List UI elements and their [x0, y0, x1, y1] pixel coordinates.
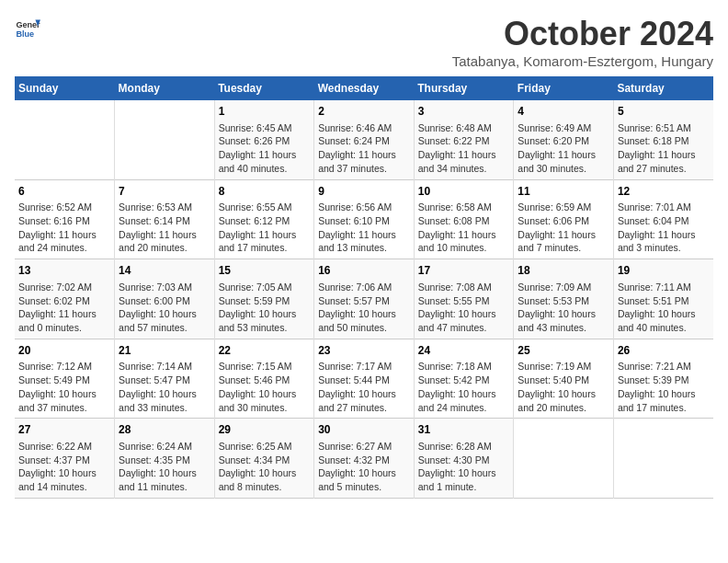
table-row: 19Sunrise: 7:11 AM Sunset: 5:51 PM Dayli…	[613, 259, 713, 339]
day-number: 15	[219, 263, 311, 279]
day-info: Sunrise: 7:15 AM Sunset: 5:46 PM Dayligh…	[219, 360, 311, 414]
day-number: 16	[318, 263, 410, 279]
day-info: Sunrise: 7:21 AM Sunset: 5:39 PM Dayligh…	[618, 360, 710, 414]
day-info: Sunrise: 7:17 AM Sunset: 5:44 PM Dayligh…	[318, 360, 410, 414]
day-info: Sunrise: 7:05 AM Sunset: 5:59 PM Dayligh…	[219, 281, 311, 335]
day-info: Sunrise: 6:28 AM Sunset: 4:30 PM Dayligh…	[418, 440, 510, 494]
day-info: Sunrise: 6:24 AM Sunset: 4:35 PM Dayligh…	[119, 440, 210, 494]
day-number: 12	[618, 184, 710, 200]
day-number: 24	[418, 343, 510, 359]
day-number: 27	[18, 422, 110, 438]
day-info: Sunrise: 6:53 AM Sunset: 6:14 PM Dayligh…	[119, 201, 210, 255]
day-info: Sunrise: 7:18 AM Sunset: 5:42 PM Dayligh…	[418, 360, 510, 414]
day-number: 26	[618, 343, 710, 359]
day-number: 23	[318, 343, 410, 359]
day-number: 1	[219, 104, 311, 120]
day-number: 31	[418, 422, 510, 438]
day-info: Sunrise: 6:49 AM Sunset: 6:20 PM Dayligh…	[518, 121, 609, 176]
table-row: 6Sunrise: 6:52 AM Sunset: 6:16 PM Daylig…	[15, 179, 115, 259]
table-row: 12Sunrise: 7:01 AM Sunset: 6:04 PM Dayli…	[613, 179, 713, 259]
table-row: 18Sunrise: 7:09 AM Sunset: 5:53 PM Dayli…	[514, 259, 614, 339]
day-number: 20	[18, 343, 110, 359]
table-row: 17Sunrise: 7:08 AM Sunset: 5:55 PM Dayli…	[414, 259, 514, 339]
day-info: Sunrise: 6:46 AM Sunset: 6:24 PM Dayligh…	[318, 121, 410, 176]
day-number: 2	[318, 104, 410, 120]
table-row: 26Sunrise: 7:21 AM Sunset: 5:39 PM Dayli…	[613, 339, 713, 419]
table-row: 4Sunrise: 6:49 AM Sunset: 6:20 PM Daylig…	[514, 100, 614, 179]
header-tuesday: Tuesday	[214, 76, 314, 100]
header-saturday: Saturday	[613, 76, 713, 100]
day-info: Sunrise: 7:02 AM Sunset: 6:02 PM Dayligh…	[18, 281, 110, 335]
logo-icon: General Blue	[15, 15, 40, 40]
table-row: 1Sunrise: 6:45 AM Sunset: 6:26 PM Daylig…	[214, 100, 314, 179]
table-row: 30Sunrise: 6:27 AM Sunset: 4:32 PM Dayli…	[314, 419, 415, 499]
day-number: 9	[318, 184, 410, 200]
day-number: 6	[18, 184, 110, 200]
day-info: Sunrise: 7:14 AM Sunset: 5:47 PM Dayligh…	[119, 360, 210, 414]
table-row: 5Sunrise: 6:51 AM Sunset: 6:18 PM Daylig…	[613, 100, 713, 179]
table-row: 20Sunrise: 7:12 AM Sunset: 5:49 PM Dayli…	[15, 339, 115, 419]
day-info: Sunrise: 6:22 AM Sunset: 4:37 PM Dayligh…	[18, 440, 110, 494]
table-row	[514, 419, 614, 499]
header-thursday: Thursday	[414, 76, 514, 100]
table-row: 11Sunrise: 6:59 AM Sunset: 6:06 PM Dayli…	[514, 179, 614, 259]
day-info: Sunrise: 6:59 AM Sunset: 6:06 PM Dayligh…	[518, 201, 609, 255]
day-info: Sunrise: 6:45 AM Sunset: 6:26 PM Dayligh…	[219, 121, 311, 176]
day-number: 25	[518, 343, 609, 359]
day-number: 29	[219, 422, 311, 438]
day-number: 5	[618, 104, 710, 120]
header-friday: Friday	[514, 76, 614, 100]
table-row: 2Sunrise: 6:46 AM Sunset: 6:24 PM Daylig…	[314, 100, 415, 179]
page-header: General Blue October 2024 Tatabanya, Kom…	[15, 15, 713, 69]
day-info: Sunrise: 6:55 AM Sunset: 6:12 PM Dayligh…	[219, 201, 311, 255]
table-row	[115, 100, 215, 179]
table-row: 16Sunrise: 7:06 AM Sunset: 5:57 PM Dayli…	[314, 259, 415, 339]
table-row: 7Sunrise: 6:53 AM Sunset: 6:14 PM Daylig…	[115, 179, 215, 259]
table-row: 27Sunrise: 6:22 AM Sunset: 4:37 PM Dayli…	[15, 419, 115, 499]
table-row	[15, 100, 115, 179]
day-info: Sunrise: 7:19 AM Sunset: 5:40 PM Dayligh…	[518, 360, 609, 414]
table-row: 3Sunrise: 6:48 AM Sunset: 6:22 PM Daylig…	[414, 100, 514, 179]
day-number: 19	[618, 263, 710, 279]
day-number: 8	[219, 184, 311, 200]
svg-text:Blue: Blue	[16, 29, 34, 39]
day-info: Sunrise: 6:58 AM Sunset: 6:08 PM Dayligh…	[418, 201, 510, 255]
table-row: 25Sunrise: 7:19 AM Sunset: 5:40 PM Dayli…	[514, 339, 614, 419]
table-row: 31Sunrise: 6:28 AM Sunset: 4:30 PM Dayli…	[414, 419, 514, 499]
day-number: 17	[418, 263, 510, 279]
day-number: 21	[119, 343, 210, 359]
day-info: Sunrise: 6:25 AM Sunset: 4:34 PM Dayligh…	[219, 440, 311, 494]
day-info: Sunrise: 6:27 AM Sunset: 4:32 PM Dayligh…	[318, 440, 410, 494]
day-info: Sunrise: 7:01 AM Sunset: 6:04 PM Dayligh…	[618, 201, 710, 255]
subtitle: Tatabanya, Komarom-Esztergom, Hungary	[452, 53, 713, 69]
day-info: Sunrise: 6:56 AM Sunset: 6:10 PM Dayligh…	[318, 201, 410, 255]
day-info: Sunrise: 6:48 AM Sunset: 6:22 PM Dayligh…	[418, 121, 510, 176]
table-row: 23Sunrise: 7:17 AM Sunset: 5:44 PM Dayli…	[314, 339, 415, 419]
day-info: Sunrise: 6:51 AM Sunset: 6:18 PM Dayligh…	[618, 121, 710, 176]
calendar-body: 1Sunrise: 6:45 AM Sunset: 6:26 PM Daylig…	[15, 100, 713, 498]
day-number: 30	[318, 422, 410, 438]
day-number: 18	[518, 263, 609, 279]
header-sunday: Sunday	[15, 76, 115, 100]
table-row	[613, 419, 713, 499]
day-info: Sunrise: 7:11 AM Sunset: 5:51 PM Dayligh…	[618, 281, 710, 335]
table-row: 14Sunrise: 7:03 AM Sunset: 6:00 PM Dayli…	[115, 259, 215, 339]
day-info: Sunrise: 7:12 AM Sunset: 5:49 PM Dayligh…	[18, 360, 110, 414]
day-number: 13	[18, 263, 110, 279]
table-row: 29Sunrise: 6:25 AM Sunset: 4:34 PM Dayli…	[214, 419, 314, 499]
table-row: 21Sunrise: 7:14 AM Sunset: 5:47 PM Dayli…	[115, 339, 215, 419]
table-row: 13Sunrise: 7:02 AM Sunset: 6:02 PM Dayli…	[15, 259, 115, 339]
day-number: 4	[518, 104, 609, 120]
day-number: 22	[219, 343, 311, 359]
table-row: 28Sunrise: 6:24 AM Sunset: 4:35 PM Dayli…	[115, 419, 215, 499]
day-info: Sunrise: 7:08 AM Sunset: 5:55 PM Dayligh…	[418, 281, 510, 335]
day-info: Sunrise: 7:06 AM Sunset: 5:57 PM Dayligh…	[318, 281, 410, 335]
month-title: October 2024	[452, 15, 713, 53]
calendar-table: Sunday Monday Tuesday Wednesday Thursday…	[15, 76, 713, 499]
header-monday: Monday	[115, 76, 215, 100]
day-number: 7	[119, 184, 210, 200]
table-row: 8Sunrise: 6:55 AM Sunset: 6:12 PM Daylig…	[214, 179, 314, 259]
table-row: 15Sunrise: 7:05 AM Sunset: 5:59 PM Dayli…	[214, 259, 314, 339]
table-row: 9Sunrise: 6:56 AM Sunset: 6:10 PM Daylig…	[314, 179, 415, 259]
day-number: 11	[518, 184, 609, 200]
